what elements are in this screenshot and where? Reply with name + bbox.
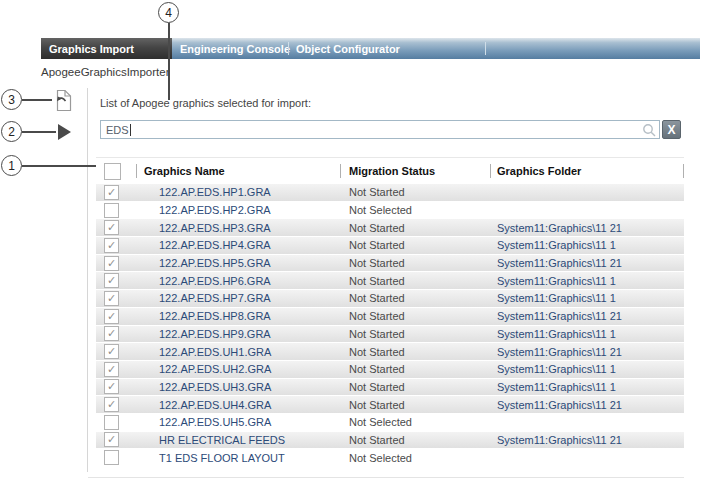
row-checkbox-cell — [96, 415, 136, 430]
migration-status-cell: Not Started — [340, 275, 490, 287]
table-row[interactable]: ✓ 122.AP.EDS.HP4.GRA Not Started System1… — [96, 237, 684, 255]
graphics-name-cell[interactable]: 122.AP.EDS.HP7.GRA — [136, 292, 340, 304]
graphics-name-cell[interactable]: 122.AP.EDS.HP5.GRA — [136, 257, 340, 269]
panel-bottom-border — [88, 477, 684, 478]
row-checkbox[interactable]: ✓ — [104, 432, 119, 447]
row-checkbox[interactable]: ✓ — [104, 273, 119, 288]
callout-3: 3 — [1, 89, 22, 110]
tab-separator — [288, 42, 289, 55]
callout-4-line — [168, 23, 170, 100]
graphics-name-cell[interactable]: 122.AP.EDS.HP9.GRA — [136, 328, 340, 340]
row-checkbox-cell: ✓ — [96, 344, 136, 359]
graphics-folder-cell: System11:Graphics\11 21 — [490, 257, 684, 269]
callout-4: 4 — [158, 2, 179, 23]
graphics-name-cell[interactable]: 122.AP.EDS.UH4.GRA — [136, 399, 340, 411]
row-checkbox[interactable]: ✓ — [104, 344, 119, 359]
row-checkbox[interactable] — [104, 203, 119, 218]
clear-search-button[interactable]: X — [662, 120, 681, 139]
graphics-name-cell[interactable]: 122.AP.EDS.UH3.GRA — [136, 381, 340, 393]
graphics-folder-cell: System11:Graphics\11 21 — [490, 399, 684, 411]
column-label: Migration Status — [349, 165, 435, 177]
graphics-name-cell[interactable]: T1 EDS FLOOR LAYOUT — [136, 452, 340, 464]
row-checkbox[interactable]: ✓ — [104, 291, 119, 306]
table-header: Graphics Name Migration Status Graphics … — [96, 158, 684, 184]
graphics-name-cell[interactable]: 122.AP.EDS.UH2.GRA — [136, 363, 340, 375]
migration-status-cell: Not Started — [340, 363, 490, 375]
row-checkbox[interactable]: ✓ — [104, 326, 119, 341]
table-row[interactable]: ✓ 122.AP.EDS.HP7.GRA Not Started System1… — [96, 290, 684, 308]
migration-status-cell: Not Started — [340, 239, 490, 251]
callout-2-line — [22, 131, 56, 133]
graphics-folder-cell: System11:Graphics\11 1 — [490, 292, 684, 304]
row-checkbox-cell: ✓ — [96, 238, 136, 253]
list-label: List of Apogee graphics selected for imp… — [100, 97, 311, 109]
column-header-graphics-name[interactable]: Graphics Name — [136, 158, 340, 184]
row-checkbox-cell: ✓ — [96, 326, 136, 341]
row-checkbox[interactable]: ✓ — [104, 185, 119, 200]
migration-status-cell: Not Started — [340, 328, 490, 340]
select-all-checkbox[interactable] — [104, 163, 121, 180]
search-value: EDS — [106, 124, 129, 136]
table-row[interactable]: 122.AP.EDS.HP2.GRA Not Selected — [96, 202, 684, 220]
graphics-name-cell[interactable]: 122.AP.EDS.HP3.GRA — [136, 222, 340, 234]
page-title: ApogeeGraphicsImporter — [41, 66, 169, 78]
select-all-cell — [96, 158, 136, 184]
column-label: Graphics Name — [144, 165, 225, 177]
row-checkbox-cell — [96, 450, 136, 465]
migration-status-cell: Not Selected — [340, 452, 490, 464]
graphics-name-cell[interactable]: 122.AP.EDS.HP1.GRA — [136, 186, 340, 198]
table-row[interactable]: ✓ 122.AP.EDS.HP9.GRA Not Started System1… — [96, 326, 684, 344]
row-checkbox-cell: ✓ — [96, 220, 136, 235]
graphics-name-cell[interactable]: 122.AP.EDS.UH1.GRA — [136, 346, 340, 358]
tab-object-configurator[interactable]: Object Configurator — [296, 38, 400, 59]
table-row[interactable]: ✓ 122.AP.EDS.UH1.GRA Not Started System1… — [96, 343, 684, 361]
search-icon — [642, 123, 656, 137]
table-row[interactable]: ✓ 122.AP.EDS.HP3.GRA Not Started System1… — [96, 219, 684, 237]
table-row[interactable]: T1 EDS FLOOR LAYOUT Not Selected — [96, 449, 684, 467]
table-row[interactable]: ✓ 122.AP.EDS.HP5.GRA Not Started System1… — [96, 255, 684, 273]
migration-status-cell: Not Started — [340, 310, 490, 322]
table-row[interactable]: ✓ HR ELECTRICAL FEEDS Not Started System… — [96, 432, 684, 450]
column-header-migration-status[interactable]: Migration Status — [340, 158, 490, 184]
graphics-name-cell[interactable]: 122.AP.EDS.HP8.GRA — [136, 310, 340, 322]
row-checkbox[interactable]: ✓ — [104, 397, 119, 412]
table-row[interactable]: ✓ 122.AP.EDS.HP1.GRA Not Started — [96, 184, 684, 202]
table-row[interactable]: ✓ 122.AP.EDS.UH3.GRA Not Started System1… — [96, 379, 684, 397]
row-checkbox[interactable]: ✓ — [104, 379, 119, 394]
tab-graphics-import[interactable]: Graphics Import — [41, 38, 172, 59]
run-import-button[interactable] — [58, 124, 71, 140]
row-checkbox[interactable] — [104, 450, 119, 465]
import-file-icon — [52, 89, 74, 112]
graphics-folder-cell: System11:Graphics\11 21 — [490, 434, 684, 446]
import-graphic-button[interactable] — [52, 89, 74, 112]
row-checkbox[interactable]: ✓ — [104, 309, 119, 324]
graphics-table: Graphics Name Migration Status Graphics … — [96, 157, 684, 467]
table-row[interactable]: ✓ 122.AP.EDS.HP6.GRA Not Started System1… — [96, 272, 684, 290]
apogee-graphics-importer-window: Graphics Import Engineering Console Obje… — [0, 0, 703, 484]
graphics-name-cell[interactable]: 122.AP.EDS.HP2.GRA — [136, 204, 340, 216]
row-checkbox-cell — [96, 203, 136, 218]
callout-1: 1 — [1, 155, 22, 176]
row-checkbox[interactable]: ✓ — [104, 220, 119, 235]
table-row[interactable]: ✓ 122.AP.EDS.UH4.GRA Not Started System1… — [96, 396, 684, 414]
migration-status-cell: Not Started — [340, 399, 490, 411]
column-header-graphics-folder[interactable]: Graphics Folder — [490, 158, 684, 184]
tab-label: Object Configurator — [296, 43, 400, 55]
table-row[interactable]: 122.AP.EDS.UH5.GRA Not Selected — [96, 414, 684, 432]
row-checkbox-cell: ✓ — [96, 273, 136, 288]
row-checkbox[interactable]: ✓ — [104, 238, 119, 253]
row-checkbox[interactable] — [104, 415, 119, 430]
table-row[interactable]: ✓ 122.AP.EDS.HP8.GRA Not Started System1… — [96, 308, 684, 326]
graphics-name-cell[interactable]: 122.AP.EDS.HP4.GRA — [136, 239, 340, 251]
graphics-name-cell[interactable]: HR ELECTRICAL FEEDS — [136, 434, 340, 446]
graphics-folder-cell: System11:Graphics\11 21 — [490, 310, 684, 322]
tab-engineering-console[interactable]: Engineering Console — [180, 38, 290, 59]
table-row[interactable]: ✓ 122.AP.EDS.UH2.GRA Not Started System1… — [96, 361, 684, 379]
migration-status-cell: Not Started — [340, 381, 490, 393]
row-checkbox-cell: ✓ — [96, 185, 136, 200]
graphics-name-cell[interactable]: 122.AP.EDS.HP6.GRA — [136, 275, 340, 287]
graphics-name-cell[interactable]: 122.AP.EDS.UH5.GRA — [136, 416, 340, 428]
row-checkbox[interactable]: ✓ — [104, 362, 119, 377]
search-input[interactable]: EDS — [100, 120, 660, 139]
row-checkbox[interactable]: ✓ — [104, 256, 119, 271]
